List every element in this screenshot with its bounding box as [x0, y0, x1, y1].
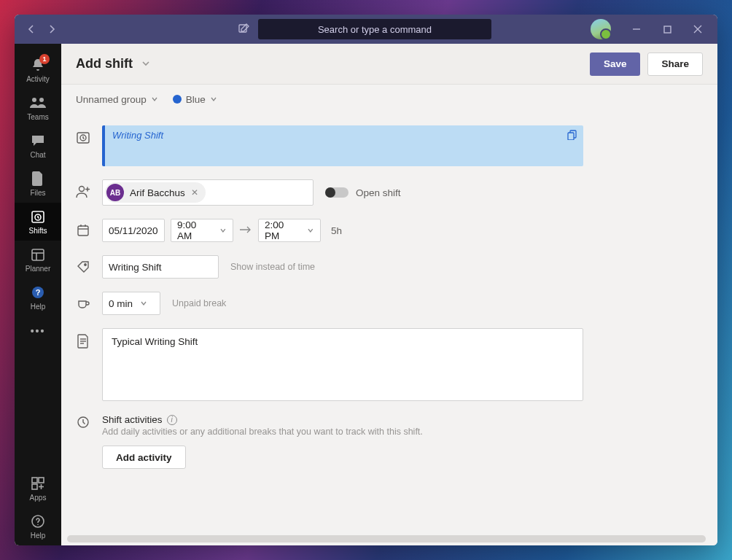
open-shift-label: Open shift: [356, 187, 401, 198]
rail-label: Shifts: [28, 227, 47, 235]
add-activity-button[interactable]: Add activity: [102, 446, 186, 469]
coffee-icon: [76, 297, 90, 310]
planner-icon: [30, 246, 46, 262]
tag-icon: [76, 260, 90, 273]
clock-icon: [76, 416, 90, 429]
svg-point-4: [39, 98, 44, 102]
rail-label: Files: [30, 189, 45, 197]
notes-icon: [76, 334, 90, 349]
remove-chip-icon[interactable]: ✕: [191, 187, 198, 198]
preview-title: Writing Shift: [112, 130, 163, 141]
titlebar: Search or type a command: [15, 15, 717, 44]
person-name: Arif Bacchus: [130, 187, 185, 198]
svg-rect-12: [32, 478, 37, 483]
main-pane: Writing Shift AB: [61, 114, 717, 545]
close-icon[interactable]: [693, 24, 703, 34]
teams-icon: [30, 95, 46, 111]
svg-text:?: ?: [36, 288, 41, 297]
app-rail: 1 Activity Teams Chat Files Shifts Pl: [15, 44, 61, 545]
svg-point-25: [85, 264, 86, 265]
group-label: Unnamed group: [76, 94, 147, 105]
copy-icon[interactable]: [567, 130, 577, 143]
svg-rect-13: [39, 478, 44, 483]
person-input[interactable]: AB Arif Bacchus ✕: [102, 179, 314, 206]
search-input[interactable]: Search or type a command: [258, 19, 491, 39]
search-placeholder: Search or type a command: [318, 24, 432, 35]
activities-desc: Add daily activities or any additional b…: [102, 427, 423, 437]
help-circle-icon: ?: [30, 284, 46, 300]
notes-input[interactable]: Typical Writing Shift: [102, 328, 583, 401]
subheader: Unnamed group Blue: [61, 85, 717, 114]
svg-rect-7: [32, 249, 44, 260]
avatar[interactable]: [591, 19, 611, 39]
break-hint: Unpaid break: [172, 298, 226, 308]
svg-rect-19: [568, 133, 574, 140]
save-button[interactable]: Save: [590, 52, 641, 76]
shifts-icon: [30, 209, 46, 225]
chat-icon: [30, 133, 46, 149]
open-shift-toggle[interactable]: [325, 187, 349, 198]
person-chip: AB Arif Bacchus ✕: [105, 182, 206, 203]
rail-apps[interactable]: Apps: [15, 470, 61, 508]
rail-more-icon[interactable]: •••: [31, 316, 46, 346]
chevron-down-icon[interactable]: [141, 56, 150, 71]
rail-label: Teams: [27, 113, 48, 121]
tag-hint: Show instead of time: [230, 262, 315, 272]
calendar-icon: [76, 224, 90, 237]
page-title: Add shift: [76, 56, 133, 71]
rail-teams[interactable]: Teams: [15, 89, 61, 127]
content-pane: Add shift Save Share Unnamed group Blue: [61, 44, 717, 545]
svg-rect-21: [78, 226, 88, 236]
color-label: Blue: [186, 94, 206, 105]
help-icon: [30, 513, 46, 529]
horizontal-scrollbar[interactable]: [67, 535, 706, 542]
svg-point-20: [79, 187, 85, 192]
info-icon[interactable]: i: [167, 415, 177, 425]
activities-heading: Shift activities: [102, 414, 163, 425]
svg-rect-2: [664, 26, 671, 33]
rail-help[interactable]: ? Help: [15, 279, 61, 316]
rail-planner[interactable]: Planner: [15, 241, 61, 279]
end-time-select[interactable]: 2:00 PM: [258, 219, 321, 242]
person-add-icon: [76, 185, 90, 198]
duration-label: 5h: [331, 225, 342, 236]
rail-label: Apps: [30, 494, 47, 502]
rail-files[interactable]: Files: [15, 165, 61, 203]
break-select[interactable]: 0 min: [102, 292, 160, 315]
apps-icon: [30, 475, 46, 491]
nav-forward-icon[interactable]: [47, 24, 57, 34]
compose-icon[interactable]: [236, 22, 251, 36]
rail-label: Help: [31, 532, 46, 540]
tag-input[interactable]: Writing Shift: [102, 255, 219, 279]
rail-label: Activity: [26, 75, 50, 83]
page-header: Add shift Save Share: [61, 44, 717, 85]
color-dropdown[interactable]: Blue: [173, 94, 217, 105]
rail-label: Chat: [30, 151, 45, 159]
maximize-icon[interactable]: [662, 24, 672, 34]
date-input[interactable]: 05/11/2020: [102, 219, 165, 242]
person-avatar: AB: [106, 184, 124, 201]
rail-shifts[interactable]: Shifts: [15, 203, 61, 241]
svg-rect-14: [32, 484, 37, 489]
rail-help-bottom[interactable]: Help: [15, 508, 61, 545]
svg-point-3: [32, 98, 36, 102]
app-window: Search or type a command 1 A: [15, 15, 717, 545]
file-icon: [30, 171, 46, 187]
shift-preview-icon: [76, 131, 90, 144]
start-time-select[interactable]: 9:00 AM: [171, 219, 233, 242]
rail-label: Planner: [26, 265, 50, 273]
nav-back-icon[interactable]: [26, 24, 36, 34]
activity-badge: 1: [39, 54, 50, 64]
color-dot-icon: [173, 95, 182, 104]
notes-value: Typical Writing Shift: [112, 336, 198, 347]
rail-activity[interactable]: 1 Activity: [15, 51, 61, 89]
share-button[interactable]: Share: [647, 52, 703, 76]
shift-preview-card: Writing Shift: [102, 125, 583, 166]
rail-label: Help: [31, 303, 46, 311]
minimize-icon[interactable]: [631, 24, 642, 34]
rail-chat[interactable]: Chat: [15, 127, 61, 165]
arrow-right-icon: [239, 224, 252, 237]
group-dropdown[interactable]: Unnamed group: [76, 94, 158, 105]
